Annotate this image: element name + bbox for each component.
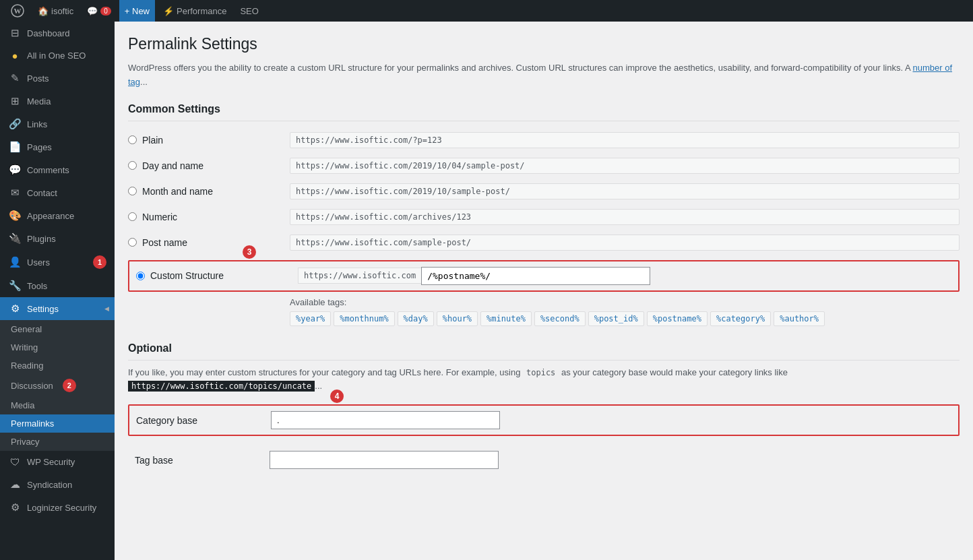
permalink-postname-label[interactable]: Post name — [142, 237, 187, 248]
wp-security-icon: 🛡 — [8, 456, 22, 468]
settings-icon: ⚙ — [8, 303, 22, 315]
tag-monthnum[interactable]: %monthnum% — [334, 311, 394, 326]
tag-base-input[interactable] — [270, 451, 499, 469]
tag-postname[interactable]: %postname% — [647, 311, 708, 326]
sidebar-item-all-in-one-seo[interactable]: ● All in One SEO — [0, 44, 115, 67]
tag-minute[interactable]: %minute% — [480, 311, 532, 326]
sidebar-item-syndication[interactable]: ☁ Syndication — [0, 473, 115, 496]
optional-title: Optional — [128, 342, 960, 361]
comments-icon: 💬 — [8, 164, 22, 176]
permalink-day-radio[interactable] — [128, 161, 137, 170]
performance-button[interactable]: ⚡ Performance — [158, 0, 232, 22]
sidebar-item-settings[interactable]: ⚙ Settings — [0, 297, 115, 320]
sidebar-item-loginizer[interactable]: ⚙ Loginizer Security — [0, 496, 115, 519]
sidebar-item-comments[interactable]: 💬 Comments — [0, 158, 115, 181]
custom-structure-inputs: https://www.isoftic.com — [298, 267, 951, 285]
svg-text:W: W — [14, 7, 22, 15]
permalink-numeric-row: Numeric https://www.isoftic.com/archives… — [128, 209, 960, 225]
sidebar-item-wp-security[interactable]: 🛡 WP Security — [0, 451, 115, 473]
tag-year[interactable]: %year% — [290, 311, 331, 326]
permalink-numeric-url: https://www.isoftic.com/archives/123 — [290, 209, 960, 225]
sidebar-item-posts[interactable]: ✎ Posts — [0, 67, 115, 90]
sidebar-item-pages[interactable]: 📄 Pages — [0, 135, 115, 158]
tag-author[interactable]: %author% — [774, 311, 825, 326]
new-button[interactable]: + New — [119, 0, 155, 22]
sidebar-sub-writing[interactable]: Writing — [0, 338, 115, 356]
sidebar-item-plugins[interactable]: 🔌 Plugins — [0, 227, 115, 250]
sidebar-sub-privacy[interactable]: Privacy — [0, 433, 115, 451]
permalink-day-label[interactable]: Day and name — [142, 160, 203, 171]
contact-icon: ✉ — [8, 187, 22, 199]
tag-hour[interactable]: %hour% — [437, 311, 478, 326]
tag-category[interactable]: %category% — [710, 311, 771, 326]
comments-link[interactable]: 💬 0 — [82, 0, 117, 22]
users-icon: 👤 — [8, 256, 22, 268]
page-description: WordPress offers you the ability to crea… — [128, 61, 960, 90]
permalink-postname-url: https://www.isoftic.com/sample-post/ — [290, 235, 960, 251]
top-bar: W 🏠 isoftic 💬 0 + New ⚡ Performance SEO — [0, 0, 973, 22]
permalink-month-label[interactable]: Month and name — [142, 186, 213, 197]
sidebar-item-tools[interactable]: 🔧 Tools — [0, 274, 115, 297]
permalink-month-radio[interactable] — [128, 187, 137, 195]
category-base-input[interactable] — [271, 411, 500, 429]
available-tags-section: Available tags: %year% %monthnum% %day% … — [290, 297, 960, 326]
sidebar: ⊟ Dashboard ● All in One SEO ✎ Posts ⊞ M… — [0, 22, 115, 560]
annotation-2: 2 — [63, 379, 76, 392]
sidebar-item-media[interactable]: ⊞ Media — [0, 90, 115, 113]
permalink-custom-label[interactable]: Custom Structure — [150, 270, 224, 281]
sidebar-sub-general[interactable]: General — [0, 320, 115, 338]
custom-structure-base: https://www.isoftic.com — [298, 268, 421, 284]
wp-logo-button[interactable]: W — [5, 0, 30, 22]
tag-base-row: Tag base — [128, 445, 960, 474]
tools-icon: 🔧 — [8, 280, 22, 292]
permalink-day-url: https://www.isoftic.com/2019/10/04/sampl… — [290, 158, 960, 174]
aioseo-icon: ● — [8, 50, 22, 61]
permalink-postname-radio[interactable] — [128, 238, 137, 247]
pages-icon: 📄 — [8, 141, 22, 153]
optional-description: If you like, you may enter custom struct… — [128, 366, 960, 394]
tag-post-id[interactable]: %post_id% — [588, 311, 644, 326]
plugins-icon: 🔌 — [8, 232, 22, 245]
permalink-numeric-radio[interactable] — [128, 212, 137, 221]
tag-second[interactable]: %second% — [534, 311, 586, 326]
sidebar-item-appearance[interactable]: 🎨 Appearance — [0, 204, 115, 227]
permalink-month-row: Month and name https://www.isoftic.com/2… — [128, 183, 960, 199]
permalink-plain-row: Plain https://www.isoftic.com/?p=123 — [128, 132, 960, 148]
sidebar-sub-media[interactable]: Media — [0, 396, 115, 414]
optional-code: topics — [523, 367, 559, 378]
permalink-custom-row: Custom Structure https://www.isoftic.com — [128, 260, 960, 292]
posts-icon: ✎ — [8, 72, 22, 84]
annotation-4: 4 — [330, 390, 344, 403]
tag-day[interactable]: %day% — [398, 311, 434, 326]
syndication-icon: ☁ — [8, 478, 22, 491]
optional-url: https://www.isoftic.com/topics/uncate — [128, 381, 315, 392]
loginizer-icon: ⚙ — [8, 501, 22, 514]
sidebar-item-contact[interactable]: ✉ Contact — [0, 181, 115, 204]
seo-button[interactable]: SEO — [234, 0, 263, 22]
media-icon: ⊞ — [8, 95, 22, 107]
common-settings-title: Common Settings — [128, 103, 960, 121]
permalink-plain-url: https://www.isoftic.com/?p=123 — [290, 132, 960, 148]
permalink-custom-radio[interactable] — [136, 272, 145, 280]
sidebar-item-dashboard[interactable]: ⊟ Dashboard — [0, 22, 115, 44]
sidebar-sub-permalinks[interactable]: Permalinks — [0, 414, 115, 433]
custom-structure-input[interactable] — [421, 267, 650, 285]
sidebar-item-users[interactable]: 👤 Users 1 — [0, 250, 115, 274]
sidebar-item-links[interactable]: 🔗 Links — [0, 113, 115, 135]
category-base-label: Category base — [136, 415, 271, 426]
main-content: Permalink Settings WordPress offers you … — [115, 22, 973, 560]
dashboard-icon: ⊟ — [8, 27, 22, 39]
permalink-plain-label[interactable]: Plain — [142, 135, 163, 146]
settings-submenu: General Writing Reading Discussion 2 Med… — [0, 320, 115, 451]
sidebar-sub-reading[interactable]: Reading — [0, 356, 115, 375]
tag-base-label: Tag base — [135, 455, 270, 466]
tags-list: %year% %monthnum% %day% %hour% %minute% … — [290, 311, 960, 326]
permalink-month-url: https://www.isoftic.com/2019/10/sample-p… — [290, 183, 960, 199]
permalink-plain-radio[interactable] — [128, 135, 137, 144]
sidebar-sub-discussion[interactable]: Discussion 2 — [0, 375, 115, 396]
permalink-numeric-label[interactable]: Numeric — [142, 212, 177, 222]
site-name[interactable]: 🏠 isoftic — [32, 0, 79, 22]
permalink-day-row: Day and name https://www.isoftic.com/201… — [128, 158, 960, 174]
available-tags-label: Available tags: — [290, 297, 960, 307]
layout: ⊟ Dashboard ● All in One SEO ✎ Posts ⊞ M… — [0, 22, 973, 560]
